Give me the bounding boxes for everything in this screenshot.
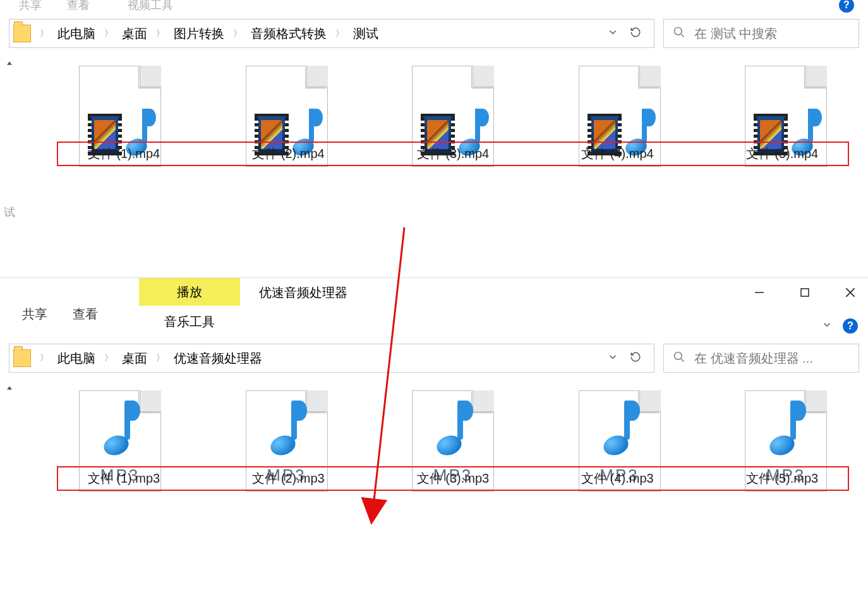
minimize-button[interactable]	[748, 281, 771, 304]
address-bar[interactable]: 〉 此电脑 〉 桌面 〉 图片转换 〉 音频格式转换 〉 测试	[9, 19, 654, 48]
chevron-right-icon[interactable]: 〉	[40, 353, 49, 364]
tab-video-tools[interactable]: 视频工具	[128, 0, 173, 13]
tab-play[interactable]: 播放	[139, 278, 240, 306]
chevron-down-icon[interactable]	[821, 319, 833, 333]
search-input[interactable]: 在 测试 中搜索	[663, 19, 859, 48]
address-search-row: 〉 此电脑 〉 桌面 〉 图片转换 〉 音频格式转换 〉 测试 在 测试 中搜索	[0, 13, 868, 54]
crumb-folder[interactable]: 音频格式转换	[251, 25, 327, 42]
scrollbar[interactable]: 试	[0, 54, 19, 235]
search-icon	[673, 351, 685, 366]
chevron-down-icon[interactable]	[607, 27, 618, 40]
crumb-folder[interactable]: 图片转换	[174, 25, 224, 42]
svg-point-5	[675, 352, 682, 359]
crumb-this-pc[interactable]: 此电脑	[57, 350, 95, 367]
maximize-button[interactable]	[793, 281, 816, 304]
file-list-area: 试	[0, 54, 868, 235]
file-name[interactable]: 文件 (3).mp4	[417, 145, 489, 162]
crumb-this-pc[interactable]: 此电脑	[57, 25, 95, 42]
tab-music-tools[interactable]: 音乐工具	[139, 306, 240, 337]
breadcrumb: 〉 此电脑 〉 桌面 〉 优速音频处理器	[31, 350, 598, 367]
chevron-right-icon[interactable]: 〉	[40, 28, 49, 39]
file-name[interactable]: 文件 (1).mp4	[88, 145, 160, 162]
crumb-desktop[interactable]: 桌面	[122, 350, 147, 367]
tab-view[interactable]: 查看	[67, 0, 90, 13]
scrollbar[interactable]	[0, 379, 19, 498]
file-name[interactable]: 文件 (2).mp4	[252, 145, 324, 162]
filenames-highlight-box: 文件 (1).mp3 文件 (2).mp3 文件 (3).mp3 文件 (4).…	[57, 466, 849, 491]
chevron-right-icon[interactable]: 〉	[233, 28, 242, 39]
help-icon[interactable]: ?	[843, 318, 858, 334]
help-icon[interactable]: ?	[839, 0, 854, 13]
breadcrumb: 〉 此电脑 〉 桌面 〉 图片转换 〉 音频格式转换 〉 测试	[31, 25, 598, 42]
search-placeholder: 在 测试 中搜索	[694, 25, 777, 42]
file-name[interactable]: 文件 (5).mp3	[746, 470, 818, 487]
folder-icon	[13, 349, 31, 367]
file-list-area: MP3 MP3 MP3	[0, 379, 868, 498]
file-name[interactable]: 文件 (4).mp3	[581, 470, 653, 487]
svg-rect-2	[801, 289, 809, 296]
explorer-window-2: 共享 查看 播放 音乐工具 优速音频处理器 ? 〉 此电脑 〉 桌面	[0, 278, 868, 609]
tab-view[interactable]: 查看	[73, 306, 98, 323]
file-name[interactable]: 文件 (1).mp3	[88, 470, 160, 487]
ribbon-tabs-partial: 共享 查看 视频工具 ?	[0, 0, 868, 13]
chevron-right-icon[interactable]: 〉	[104, 353, 113, 364]
address-search-row: 〉 此电脑 〉 桌面 〉 优速音频处理器 在 优速音频处理器 ...	[0, 337, 868, 379]
chevron-down-icon[interactable]	[607, 351, 618, 365]
chevron-right-icon[interactable]: 〉	[335, 28, 344, 39]
chevron-right-icon[interactable]: 〉	[104, 28, 113, 39]
file-name[interactable]: 文件 (3).mp3	[417, 470, 489, 487]
search-input[interactable]: 在 优速音频处理器 ...	[663, 344, 859, 373]
scroll-up-icon[interactable]	[4, 58, 15, 71]
refresh-icon[interactable]	[630, 27, 641, 40]
refresh-icon[interactable]	[630, 351, 641, 365]
explorer-window-1: 共享 查看 视频工具 ? 〉 此电脑 〉 桌面 〉 图片转换 〉 音频格式转换 …	[0, 0, 868, 278]
file-name[interactable]: 文件 (2).mp3	[252, 470, 324, 487]
svg-point-0	[675, 27, 682, 35]
chevron-right-icon[interactable]: 〉	[156, 28, 165, 39]
crumb-current[interactable]: 测试	[353, 25, 378, 42]
file-name[interactable]: 文件 (4).mp4	[581, 145, 653, 162]
file-name[interactable]: 文件 (5).mp4	[746, 145, 818, 162]
chevron-right-icon[interactable]: 〉	[156, 353, 165, 364]
search-placeholder: 在 优速音频处理器 ...	[694, 350, 813, 367]
folder-icon	[13, 25, 31, 42]
tab-share[interactable]: 共享	[22, 306, 47, 323]
tab-share[interactable]: 共享	[19, 0, 42, 13]
ribbon: 共享 查看 播放 音乐工具 优速音频处理器 ?	[0, 278, 868, 337]
scroll-up-icon[interactable]	[4, 383, 15, 395]
address-bar[interactable]: 〉 此电脑 〉 桌面 〉 优速音频处理器	[9, 344, 654, 373]
crumb-desktop[interactable]: 桌面	[122, 25, 147, 42]
search-icon	[673, 26, 685, 42]
crumb-current[interactable]: 优速音频处理器	[174, 350, 262, 367]
close-button[interactable]	[839, 281, 862, 304]
filenames-highlight-box: 文件 (1).mp4 文件 (2).mp4 文件 (3).mp4 文件 (4).…	[57, 142, 849, 166]
